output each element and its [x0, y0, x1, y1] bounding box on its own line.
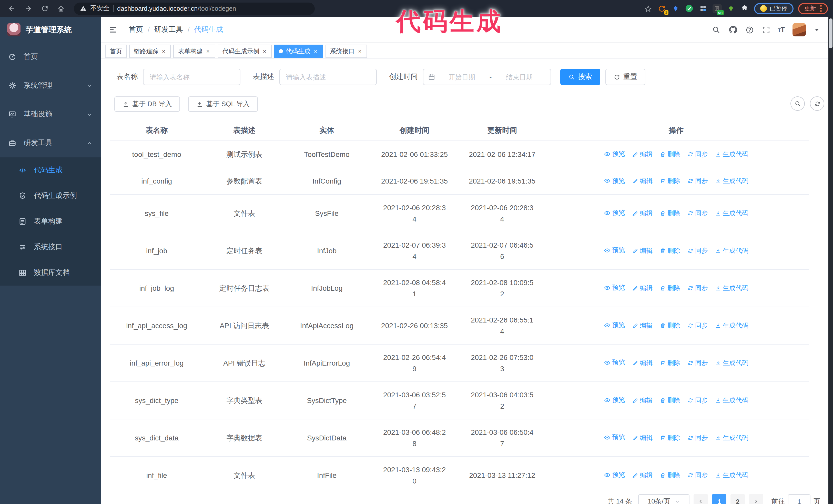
- breadcrumb-current[interactable]: 代码生成: [194, 25, 223, 34]
- browser-back-icon[interactable]: [5, 2, 19, 15]
- sidebar-item[interactable]: 研发工具: [0, 129, 101, 158]
- edit-link[interactable]: 编辑: [632, 432, 652, 443]
- help-icon[interactable]: [745, 25, 754, 34]
- sidebar-item[interactable]: 数据库文档: [0, 260, 101, 286]
- page-scrollbar[interactable]: [828, 17, 833, 504]
- paused-badge[interactable]: 已暂停: [754, 3, 793, 14]
- sync-link[interactable]: 同步: [687, 320, 708, 331]
- app-logo[interactable]: 芋道管理系统: [0, 17, 101, 43]
- close-tab-icon[interactable]: ×: [313, 48, 318, 55]
- next-page-button[interactable]: [749, 494, 763, 504]
- browser-reload-icon[interactable]: [38, 2, 51, 15]
- extension-icon-5[interactable]: on: [712, 4, 721, 13]
- sidebar-item[interactable]: 基础设施: [0, 100, 101, 129]
- extension-icon-7[interactable]: [740, 4, 749, 13]
- github-icon[interactable]: [728, 25, 737, 34]
- reset-button[interactable]: 重置: [605, 69, 645, 85]
- delete-link[interactable]: 删除: [660, 357, 680, 369]
- generate-code-link[interactable]: 生成代码: [715, 175, 748, 187]
- preview-link[interactable]: 预览: [604, 148, 625, 160]
- close-tab-icon[interactable]: ×: [262, 48, 267, 55]
- sync-link[interactable]: 同步: [687, 357, 708, 369]
- delete-link[interactable]: 删除: [660, 148, 680, 160]
- header-search-icon[interactable]: [712, 25, 720, 34]
- browser-forward-icon[interactable]: [22, 2, 35, 15]
- edit-link[interactable]: 编辑: [632, 470, 652, 481]
- sync-link[interactable]: 同步: [687, 432, 708, 443]
- edit-link[interactable]: 编辑: [632, 357, 652, 369]
- delete-link[interactable]: 删除: [660, 283, 680, 294]
- generate-code-link[interactable]: 生成代码: [715, 245, 748, 256]
- browser-menu-icon[interactable]: [820, 5, 822, 12]
- refresh-table-button[interactable]: [810, 96, 824, 111]
- sidebar-item[interactable]: 系统接口: [0, 234, 101, 260]
- sync-link[interactable]: 同步: [687, 148, 708, 160]
- address-bar[interactable]: 不安全 dashboard.yudao.iocoder.cn/tool/code…: [74, 2, 315, 15]
- extension-icon-2[interactable]: [671, 4, 680, 13]
- tab[interactable]: 表单构建 ×: [173, 45, 215, 58]
- sidebar-item[interactable]: 代码生成示例: [0, 183, 101, 209]
- close-tab-icon[interactable]: ×: [161, 48, 166, 55]
- generate-code-link[interactable]: 生成代码: [715, 470, 748, 481]
- end-date-input[interactable]: [493, 73, 546, 81]
- tab[interactable]: 代码生成 ×: [275, 45, 323, 58]
- breadcrumb-home[interactable]: 首页: [129, 25, 143, 34]
- preview-link[interactable]: 预览: [604, 282, 625, 293]
- breadcrumb-group[interactable]: 研发工具: [154, 25, 183, 34]
- close-tab-icon[interactable]: ×: [205, 48, 211, 55]
- tab[interactable]: 首页: [105, 45, 127, 58]
- generate-code-link[interactable]: 生成代码: [715, 320, 748, 331]
- tab[interactable]: 系统接口 ×: [326, 45, 367, 58]
- delete-link[interactable]: 删除: [660, 245, 680, 256]
- sync-link[interactable]: 同步: [687, 470, 708, 481]
- page-button-2[interactable]: 2: [731, 494, 745, 504]
- sync-link[interactable]: 同步: [687, 175, 708, 187]
- extension-icon-6[interactable]: [726, 4, 735, 13]
- bookmark-star-icon[interactable]: [644, 4, 652, 13]
- font-size-icon[interactable]: TT: [778, 26, 785, 33]
- edit-link[interactable]: 编辑: [632, 208, 652, 219]
- extension-icon-1[interactable]: 1: [657, 4, 666, 13]
- delete-link[interactable]: 删除: [660, 470, 680, 481]
- edit-link[interactable]: 编辑: [632, 395, 652, 406]
- page-button-1[interactable]: 1: [712, 494, 727, 504]
- edit-link[interactable]: 编辑: [632, 148, 652, 160]
- sidebar-item[interactable]: 代码生成: [0, 158, 101, 183]
- preview-link[interactable]: 预览: [604, 357, 625, 368]
- sidebar-item[interactable]: 首页: [0, 43, 101, 71]
- preview-link[interactable]: 预览: [604, 320, 625, 331]
- goto-page-input[interactable]: [788, 494, 810, 504]
- user-menu-caret-icon[interactable]: [813, 25, 820, 34]
- prev-page-button[interactable]: [694, 494, 708, 504]
- delete-link[interactable]: 删除: [660, 395, 680, 406]
- delete-link[interactable]: 删除: [660, 320, 680, 331]
- extension-icon-3[interactable]: [685, 4, 694, 13]
- extension-icon-4[interactable]: [698, 4, 708, 13]
- delete-link[interactable]: 删除: [660, 432, 680, 443]
- close-tab-icon[interactable]: ×: [357, 48, 363, 55]
- generate-code-link[interactable]: 生成代码: [715, 208, 748, 219]
- delete-link[interactable]: 删除: [660, 175, 680, 187]
- search-button[interactable]: 搜索: [560, 69, 600, 85]
- tab[interactable]: 代码生成示例 ×: [218, 45, 272, 58]
- sidebar-item[interactable]: 系统管理: [0, 71, 101, 100]
- sync-link[interactable]: 同步: [687, 283, 708, 294]
- table-desc-input[interactable]: [279, 69, 377, 85]
- avatar[interactable]: [792, 23, 806, 36]
- generate-code-link[interactable]: 生成代码: [715, 395, 748, 406]
- edit-link[interactable]: 编辑: [632, 245, 652, 256]
- edit-link[interactable]: 编辑: [632, 175, 652, 187]
- preview-link[interactable]: 预览: [604, 432, 625, 443]
- generate-code-link[interactable]: 生成代码: [715, 148, 748, 160]
- preview-link[interactable]: 预览: [604, 175, 625, 186]
- date-range-picker[interactable]: -: [423, 69, 551, 85]
- preview-link[interactable]: 预览: [604, 394, 625, 406]
- hamburger-icon[interactable]: [105, 22, 120, 38]
- generate-code-link[interactable]: 生成代码: [715, 357, 748, 369]
- preview-link[interactable]: 预览: [604, 470, 625, 481]
- fullscreen-icon[interactable]: [761, 25, 770, 34]
- sync-link[interactable]: 同步: [687, 245, 708, 256]
- sync-link[interactable]: 同步: [687, 208, 708, 219]
- browser-home-icon[interactable]: [54, 2, 68, 15]
- preview-link[interactable]: 预览: [604, 245, 625, 256]
